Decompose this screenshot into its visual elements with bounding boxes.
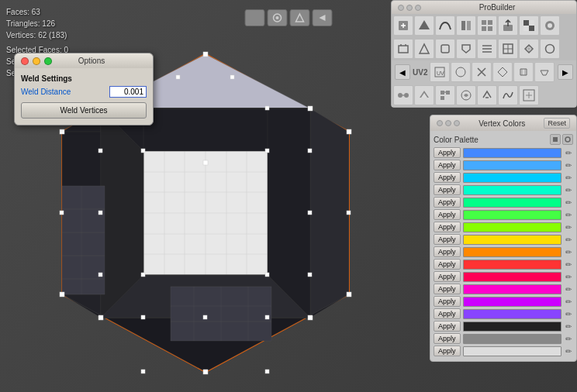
apply-button-8[interactable]: Apply: [434, 246, 461, 257]
apply-button-14[interactable]: Apply: [434, 321, 461, 332]
color-swatch-13[interactable]: [463, 309, 561, 319]
svg-rect-46: [203, 370, 208, 374]
pb-tool-settings[interactable]: [540, 15, 560, 36]
pb-tool-new-shape[interactable]: [393, 15, 413, 36]
apply-button-15[interactable]: Apply: [434, 333, 461, 344]
pb-tool-r2[interactable]: [414, 39, 434, 59]
pb-nav-right[interactable]: ▶: [558, 64, 573, 80]
color-swatch-3[interactable]: [463, 185, 561, 195]
eyedropper-icon-3[interactable]: ✏: [564, 185, 573, 194]
viewport-tool-2[interactable]: [268, 9, 288, 26]
apply-button-12[interactable]: Apply: [434, 296, 461, 307]
pb-tool-s3[interactable]: [435, 85, 455, 105]
apply-button-2[interactable]: Apply: [434, 172, 461, 183]
pb-tool-s1[interactable]: [393, 85, 413, 105]
pb-tool-uv6[interactable]: [534, 62, 555, 82]
color-swatch-0[interactable]: [463, 148, 561, 158]
pb-tool-shape-editor[interactable]: [414, 15, 434, 36]
main-viewport[interactable]: Faces: 63 Triangles: 126 Vertices: 62 (1…: [0, 0, 577, 392]
eyedropper-icon-10[interactable]: ✏: [564, 272, 573, 281]
color-swatch-8[interactable]: [463, 247, 561, 257]
pb-tool-uv5[interactable]: [513, 62, 534, 82]
pb-tool-grid[interactable]: [477, 15, 497, 36]
vertex-colors-reset-button[interactable]: Reset: [544, 118, 570, 129]
maximize-button[interactable]: [44, 57, 52, 65]
pb-tool-s7[interactable]: [519, 85, 539, 105]
color-swatch-7[interactable]: [463, 235, 561, 245]
pb-tool-bezier[interactable]: [435, 15, 455, 36]
pb-tool-uv4[interactable]: [492, 62, 513, 82]
viewport-tool-3[interactable]: [290, 9, 310, 26]
color-swatch-15[interactable]: [463, 334, 561, 344]
pb-tool-uv3[interactable]: [472, 62, 492, 82]
color-swatch-2[interactable]: [463, 173, 561, 183]
color-swatch-9[interactable]: [463, 260, 561, 270]
svg-rect-57: [98, 273, 102, 277]
weld-vertices-button[interactable]: Weld Vertices: [21, 102, 147, 119]
color-swatch-5[interactable]: [463, 210, 561, 220]
pb-tool-s2[interactable]: [414, 85, 434, 105]
pb-nav-left[interactable]: ◀: [395, 64, 410, 80]
svg-rect-87: [529, 26, 534, 31]
apply-button-16[interactable]: Apply: [434, 346, 461, 356]
color-swatch-16[interactable]: [463, 346, 561, 356]
apply-button-6[interactable]: Apply: [434, 222, 461, 232]
pb-tool-r1[interactable]: [393, 39, 413, 59]
apply-button-4[interactable]: Apply: [434, 197, 461, 208]
eyedropper-icon-13[interactable]: ✏: [564, 309, 573, 318]
close-button[interactable]: [21, 57, 29, 65]
eyedropper-icon-6[interactable]: ✏: [564, 222, 573, 232]
eyedropper-icon-14[interactable]: ✏: [564, 322, 573, 331]
eyedropper-icon-16[interactable]: ✏: [564, 346, 573, 356]
color-swatch-6[interactable]: [463, 222, 561, 232]
color-swatch-14[interactable]: [463, 322, 561, 332]
pb-tool-s5[interactable]: [477, 85, 497, 105]
pb-tool-s6[interactable]: [498, 85, 518, 105]
eyedropper-icon-12[interactable]: ✏: [564, 297, 573, 306]
palette-icon-1[interactable]: [550, 134, 561, 145]
apply-button-5[interactable]: Apply: [434, 209, 461, 220]
eyedropper-icon-1[interactable]: ✏: [564, 160, 573, 170]
apply-button-10[interactable]: Apply: [434, 271, 461, 282]
eyedropper-icon-4[interactable]: ✏: [564, 198, 573, 207]
pb-tool-r3[interactable]: [435, 39, 455, 59]
pb-tool-book[interactable]: [456, 15, 476, 36]
eyedropper-icon-5[interactable]: ✏: [564, 210, 573, 219]
pb-tool-uv2[interactable]: [451, 62, 471, 82]
apply-button-11[interactable]: Apply: [434, 284, 461, 294]
apply-button-7[interactable]: Apply: [434, 234, 461, 245]
eyedropper-icon-9[interactable]: ✏: [564, 260, 573, 269]
color-swatch-11[interactable]: [463, 284, 561, 294]
eyedropper-icon-8[interactable]: ✏: [564, 247, 573, 256]
pb-tool-export[interactable]: [498, 15, 518, 36]
color-swatch-1[interactable]: [463, 160, 561, 170]
pb-tool-s4[interactable]: [456, 85, 476, 105]
apply-button-0[interactable]: Apply: [434, 147, 461, 158]
eyedropper-icon-7[interactable]: ✏: [564, 235, 573, 244]
pb-tool-r5[interactable]: [477, 39, 497, 59]
pb-tool-r8[interactable]: [540, 39, 560, 59]
weld-distance-input[interactable]: [109, 86, 147, 98]
pb-tool-r4[interactable]: [456, 39, 476, 59]
eyedropper-icon-0[interactable]: ✏: [564, 148, 573, 157]
apply-button-13[interactable]: Apply: [434, 308, 461, 319]
minimize-button[interactable]: [33, 57, 40, 65]
apply-button-9[interactable]: Apply: [434, 259, 461, 270]
eyedropper-icon-11[interactable]: ✏: [564, 284, 573, 294]
color-swatch-4[interactable]: [463, 198, 561, 208]
svg-rect-58: [308, 149, 312, 153]
color-swatch-12[interactable]: [463, 297, 561, 307]
pb-tool-r6[interactable]: [498, 39, 518, 59]
apply-button-1[interactable]: Apply: [434, 160, 461, 170]
palette-icon-2[interactable]: [562, 134, 573, 145]
color-swatch-10[interactable]: [463, 272, 561, 282]
eyedropper-icon-2[interactable]: ✏: [564, 173, 573, 182]
viewport-tool-1[interactable]: [245, 9, 265, 26]
triangles-count: Triangles: 126: [6, 18, 86, 29]
pb-tool-checkerboard[interactable]: [519, 15, 539, 36]
viewport-tool-4[interactable]: [313, 9, 333, 26]
apply-button-3[interactable]: Apply: [434, 184, 461, 195]
pb-tool-uv1[interactable]: UV: [430, 62, 450, 82]
pb-tool-r7[interactable]: [519, 39, 539, 59]
eyedropper-icon-15[interactable]: ✏: [564, 334, 573, 343]
